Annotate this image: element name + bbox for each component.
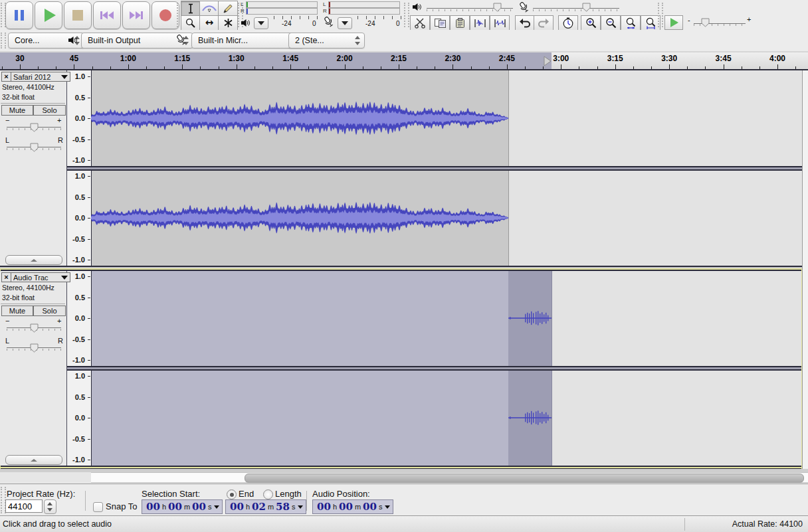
track2-close-button[interactable]: × [1, 272, 11, 282]
select-arrows-icon [354, 36, 360, 45]
dropdown-arrow-icon[interactable] [385, 505, 390, 509]
track2-title-menu[interactable]: Audio Trac [11, 272, 70, 282]
record-button[interactable] [152, 1, 179, 29]
timeline-tick [417, 66, 417, 69]
track1-mute-button[interactable]: Mute [1, 105, 33, 116]
project-rate-stepper[interactable] [44, 499, 56, 514]
input-meter-menu-button[interactable] [338, 17, 352, 29]
silence-selection-button[interactable] [490, 15, 510, 31]
snap-to-checkbox[interactable] [93, 502, 103, 512]
end-seconds[interactable]: 58 [276, 501, 290, 513]
end-minutes[interactable]: 02 [252, 501, 266, 513]
audio-minutes[interactable]: 00 [339, 501, 353, 513]
track1-close-button[interactable]: × [1, 72, 11, 82]
start-hours[interactable]: 00 [146, 501, 160, 513]
stopwatch-icon [562, 17, 574, 29]
track1-pan-thumb[interactable] [30, 143, 39, 152]
draw-tool-button[interactable] [218, 1, 238, 16]
envelope-tool-button[interactable] [199, 1, 219, 16]
track2-gain-thumb[interactable] [30, 323, 39, 333]
speaker-icon [412, 3, 422, 11]
playback-speed-thumb[interactable] [701, 18, 710, 27]
input-volume-thumb[interactable] [582, 3, 591, 12]
track2-channel-right[interactable] [91, 371, 802, 466]
zoom-out-button[interactable] [601, 15, 621, 31]
timeline-ruler[interactable]: 30451:001:151:301:452:002:152:302:453:00… [0, 52, 808, 70]
track2-waveform-left[interactable] [508, 271, 552, 366]
stop-button[interactable] [64, 1, 92, 29]
undo-button[interactable] [515, 15, 535, 31]
track2-solo-button[interactable]: Solo [33, 306, 66, 316]
vertical-scrollbar[interactable] [802, 70, 808, 469]
unit-h: h [162, 503, 166, 511]
timeshift-tool-button[interactable]: ↔ [199, 15, 219, 31]
amplitude-scale-tick [88, 298, 90, 298]
end-radio[interactable] [227, 489, 237, 499]
track2-collapse-button[interactable] [5, 455, 62, 465]
sync-lock-button[interactable] [558, 15, 578, 31]
timeline-label: 1:45 [282, 54, 298, 63]
audio-position-field[interactable]: 00h 00m 00s [312, 499, 393, 514]
input-meter-left-bar[interactable] [328, 1, 400, 8]
track1-solo-button[interactable]: Solo [33, 105, 66, 116]
multi-tool-button[interactable] [218, 15, 238, 31]
play-at-speed-button[interactable] [664, 15, 683, 30]
track2-waveform-right[interactable] [508, 371, 552, 466]
redo-button[interactable] [534, 15, 554, 31]
selection-tool-button[interactable] [181, 1, 201, 16]
track2-mute-button[interactable]: Mute [1, 306, 33, 316]
rewind-icon [100, 11, 114, 20]
input-channels-select[interactable]: 2 (Ste... [288, 33, 365, 48]
amplitude-scale-tick [88, 276, 90, 277]
track2-pan-thumb[interactable] [30, 343, 39, 353]
track1-waveform-left[interactable] [91, 70, 508, 166]
horizontal-scrollbar[interactable] [91, 472, 808, 483]
input-volume-slider[interactable] [533, 8, 619, 9]
selection-end-field[interactable]: 00h 02m 58s [225, 499, 306, 514]
speaker-icon [68, 36, 78, 44]
zoom-tool-button[interactable] [181, 15, 201, 31]
pause-button[interactable] [5, 1, 33, 29]
track1-title-menu[interactable]: Safari 2012 [11, 72, 70, 82]
output-volume-thumb[interactable] [493, 3, 502, 12]
track1-collapse-button[interactable] [5, 255, 62, 265]
unit-h: h [246, 503, 250, 511]
output-meter-zero: 0 [312, 20, 316, 27]
forward-button[interactable] [122, 1, 150, 29]
project-rate-input[interactable] [5, 499, 43, 513]
paste-button[interactable] [450, 15, 470, 31]
toolbar-grip[interactable] [1, 33, 6, 48]
audio-seconds[interactable]: 00 [363, 501, 377, 513]
trim-outside-selection-button[interactable] [470, 15, 490, 31]
output-meter-menu-button[interactable] [254, 17, 268, 29]
timeline-tick [489, 66, 490, 69]
copy-button[interactable] [430, 15, 450, 31]
timeline-label: 2:30 [445, 54, 460, 63]
start-seconds[interactable]: 00 [192, 501, 206, 513]
pencil-icon [223, 3, 233, 14]
amplitude-scale-label: -0.5 [66, 435, 85, 443]
input-meter-right-bar[interactable] [328, 8, 400, 15]
track1-waveform-right[interactable] [91, 171, 508, 266]
toolbar-grip[interactable] [658, 3, 663, 27]
input-device-select[interactable]: Built-in Micr... [191, 33, 304, 48]
selection-start-field[interactable]: 00h 00m 00s [142, 499, 223, 514]
cut-button[interactable] [410, 15, 430, 31]
audacity-window: ↔ L R -24 0 L R -24 0 [0, 0, 808, 532]
output-meter-left-bar[interactable] [246, 1, 318, 8]
rewind-button[interactable] [93, 1, 121, 29]
zoom-in-button[interactable] [581, 15, 601, 31]
toolbar-grip[interactable] [404, 3, 409, 27]
horizontal-scrollbar-thumb[interactable] [245, 474, 804, 483]
start-minutes[interactable]: 00 [168, 501, 182, 513]
length-radio[interactable] [263, 489, 273, 499]
output-meter-right-bar[interactable] [246, 8, 318, 15]
audio-hours[interactable]: 00 [317, 501, 331, 513]
dropdown-arrow-icon[interactable] [214, 505, 219, 509]
dropdown-arrow-icon[interactable] [298, 505, 303, 509]
track1-gain-thumb[interactable] [30, 123, 39, 132]
play-button[interactable] [35, 1, 62, 29]
track2-channel-left[interactable] [91, 271, 802, 366]
end-hours[interactable]: 00 [230, 501, 244, 513]
fit-selection-button[interactable] [621, 15, 641, 31]
